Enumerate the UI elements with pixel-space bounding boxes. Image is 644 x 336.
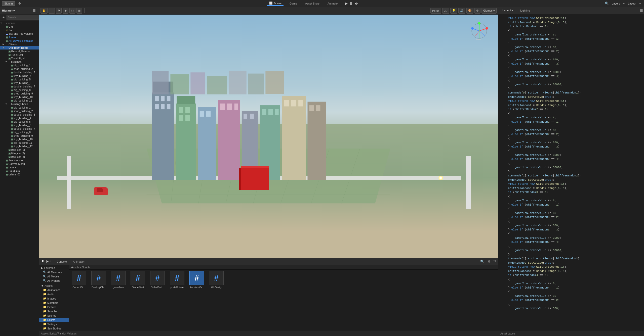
- tab-scene[interactable]: ⬜ Scene: [267, 1, 284, 6]
- inspector-menu-icon[interactable]: ☰: [639, 8, 644, 13]
- hierarchy-tree-item[interactable]: ▣big_building_11: [0, 99, 39, 102]
- hierarchy-search-input[interactable]: [7, 15, 41, 20]
- layout-dropdown-icon[interactable]: ▾: [638, 1, 642, 6]
- search-icon[interactable]: 🔍: [604, 1, 610, 6]
- tab-project[interactable]: Project: [39, 259, 54, 264]
- scene-gizmo[interactable]: Persp: [470, 22, 488, 40]
- settings-icon[interactable]: ⚙: [17, 1, 22, 6]
- all-models-item[interactable]: 🔍 All Models: [39, 274, 69, 278]
- pause-button[interactable]: ⏸: [349, 1, 353, 6]
- hierarchy-tree-item[interactable]: ▣shop_building_9: [0, 134, 39, 137]
- asset-item[interactable]: # DestroyOb...: [90, 271, 107, 289]
- hierarchy-tree-item[interactable]: ▣caisse_01: [0, 173, 39, 176]
- tab-animation[interactable]: Animation: [70, 259, 88, 264]
- hierarchy-tree-item[interactable]: ▣Tunel-Left: [0, 53, 39, 57]
- hierarchy-tree-item[interactable]: ▣big_building_5: [0, 78, 39, 81]
- images-folder[interactable]: 📁 Images: [39, 296, 69, 301]
- hand-tool-button[interactable]: ✋: [41, 8, 48, 14]
- hierarchy-tree-item[interactable]: ▣shop_building_2: [0, 109, 39, 113]
- hierarchy-tree-item[interactable]: ▣double_building_3: [0, 71, 39, 74]
- move-tool-button[interactable]: ↔: [49, 8, 55, 14]
- 2d-button[interactable]: 2D: [442, 8, 449, 14]
- hierarchy-tree-item[interactable]: ▼buildings: [0, 60, 39, 64]
- all-prefabs-item[interactable]: 🔍 All Prefabs: [39, 278, 69, 283]
- hierarchy-tree-item[interactable]: ▣little_car (2): [0, 152, 39, 155]
- hierarchy-tree-item[interactable]: ▣little_car (3): [0, 155, 39, 159]
- rotate-tool-button[interactable]: ↻: [56, 8, 62, 14]
- hierarchy-tree-item[interactable]: ▣double_building_3: [0, 113, 39, 116]
- transform-tool-button[interactable]: ⊞: [76, 8, 82, 14]
- prefabs-folder[interactable]: 📁 Prefabs: [39, 305, 69, 309]
- hierarchy-tree-item[interactable]: ▣Lamps: [0, 166, 39, 169]
- scenes-folder[interactable]: 📁 Scenes: [39, 313, 69, 318]
- tab-lighting[interactable]: Lighting: [517, 8, 534, 13]
- hierarchy-tree-item[interactable]: ▣tiny_building_6: [0, 81, 39, 85]
- hierarchy-menu-icon[interactable]: ☰: [32, 8, 37, 13]
- scene-settings-button[interactable]: ⚙: [474, 8, 480, 14]
- gizmos-button[interactable]: Gizmos ▾: [481, 8, 497, 14]
- hierarchy-tree-item[interactable]: ▣double_building_7: [0, 127, 39, 130]
- scene-view[interactable]: Persp: [39, 15, 498, 258]
- audio-folder[interactable]: 📁 Audio: [39, 292, 69, 296]
- hierarchy-tree-item[interactable]: ▣double_building_7: [0, 85, 39, 88]
- tab-console[interactable]: Console: [54, 259, 70, 264]
- hierarchy-tree-item[interactable]: ▣tiny_building_12: [0, 145, 39, 148]
- asset-item[interactable]: # GameStart: [129, 271, 147, 289]
- sign-in-button[interactable]: Sign in: [2, 1, 15, 6]
- hierarchy-tree-item[interactable]: ▣tiny_building_10: [0, 137, 39, 141]
- hierarchy-tree-item[interactable]: ▣tiny_building_4: [0, 116, 39, 120]
- settings-folder[interactable]: 📁 Settings: [39, 322, 69, 326]
- hierarchy-tree-item[interactable]: ▣Canvas Menu: [0, 162, 39, 166]
- asset-item[interactable]: # WinVerify: [208, 271, 225, 289]
- hierarchy-tree-item[interactable]: ▣big_building_11: [0, 141, 39, 145]
- audio-toggle[interactable]: 🔊: [458, 8, 465, 14]
- project-search-icon[interactable]: 🔍: [479, 259, 485, 264]
- scale-tool-button[interactable]: ⊕: [63, 8, 68, 14]
- hierarchy-tree-item[interactable]: ▼Old Town Road: [0, 46, 39, 50]
- asset-item[interactable]: # OrderVerif...: [149, 271, 166, 289]
- asset-item[interactable]: # CurrentDr...: [70, 271, 88, 289]
- hierarchy-tree-item[interactable]: ▶Clients: [0, 42, 39, 46]
- hierarchy-tree-item[interactable]: ▣AR Device Simulator: [0, 39, 39, 42]
- tab-inspector[interactable]: Inspector: [498, 8, 517, 13]
- hierarchy-tree-item[interactable]: ▣big_building_8: [0, 88, 39, 92]
- hierarchy-tree-item[interactable]: ▣big_building_8: [0, 130, 39, 134]
- animations-folder[interactable]: 📁 Animations: [39, 288, 69, 292]
- asset-item[interactable]: # gameflow: [109, 271, 127, 289]
- hierarchy-tree-item[interactable]: ▣Bouquets: [0, 169, 39, 173]
- all-materials-item[interactable]: 🔍 All Materials: [39, 270, 69, 274]
- hierarchy-tree-item[interactable]: ▣Joueur: [0, 35, 39, 39]
- hierarchy-tree-item[interactable]: ▣fleuriste shop: [0, 159, 39, 162]
- samples-folder[interactable]: 📁 Samples: [39, 309, 69, 313]
- tab-animator[interactable]: Animator: [326, 2, 341, 6]
- layers-dropdown-icon[interactable]: ▾: [622, 1, 626, 6]
- hierarchy-tree-item[interactable]: ☁Sky and Fog Volume: [0, 32, 39, 35]
- fx-toggle[interactable]: 🎨: [466, 8, 473, 14]
- materials-folder[interactable]: 📁 Materials: [39, 301, 69, 305]
- hierarchy-tree-item[interactable]: ☀Sun: [0, 28, 39, 32]
- lighting-toggle[interactable]: 💡: [450, 8, 457, 14]
- scripts-folder[interactable]: 📁 Scripts: [39, 318, 69, 322]
- hierarchy-tree-item[interactable]: ▣tiny_building_6: [0, 123, 39, 127]
- rect-tool-button[interactable]: ⬚: [69, 8, 75, 14]
- asset-item[interactable]: # RandomVa...: [188, 271, 206, 289]
- hierarchy-tree-item[interactable]: ▣big_building_5: [0, 120, 39, 123]
- hierarchy-tree-item[interactable]: ▣big_building_1: [0, 64, 39, 67]
- persp-button[interactable]: Persp: [430, 8, 441, 14]
- tab-asset-store[interactable]: Asset Store: [303, 2, 321, 6]
- tab-game[interactable]: Game: [288, 2, 299, 6]
- synistudios-folder[interactable]: 📁 SyniStudios: [39, 326, 69, 330]
- hierarchy-tree-item[interactable]: ▣shop_building_9: [0, 92, 39, 95]
- hierarchy-tree-item[interactable]: ▣GM: [0, 25, 39, 28]
- step-button[interactable]: ⏭: [355, 1, 359, 6]
- hierarchy-add-button[interactable]: +: [2, 15, 6, 20]
- hierarchy-tree-item[interactable]: ▣Ground_Exterior: [0, 50, 39, 53]
- hierarchy-tree-item[interactable]: ▣tiny_building_10: [0, 95, 39, 99]
- play-button[interactable]: ▶: [345, 1, 348, 6]
- hierarchy-tree-item[interactable]: ▼exterior: [0, 21, 39, 25]
- hierarchy-tree-item[interactable]: ▣little_car (1): [0, 148, 39, 152]
- hierarchy-tree-item[interactable]: ▣tiny_building_4: [0, 74, 39, 78]
- hierarchy-tree-item[interactable]: ▣Tunel-Right: [0, 57, 39, 60]
- project-settings-icon[interactable]: ⚙: [487, 259, 492, 264]
- hierarchy-tree-item[interactable]: ▣big_building_1: [0, 106, 39, 109]
